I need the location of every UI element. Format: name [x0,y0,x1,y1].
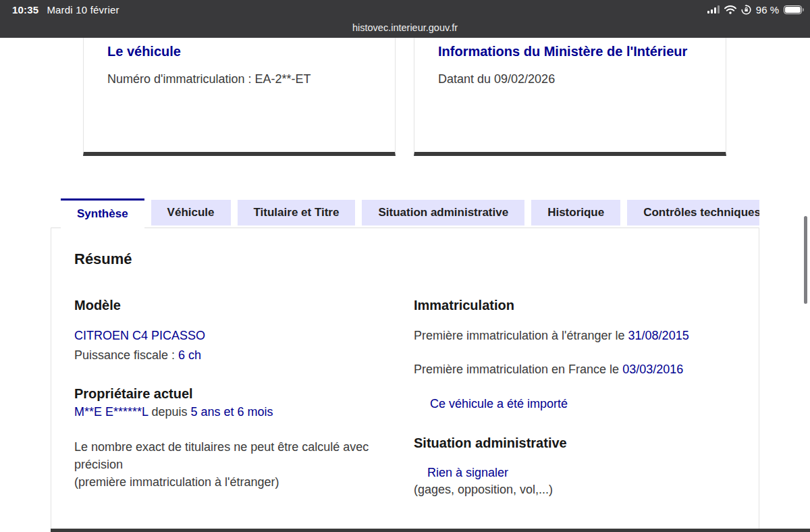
tab-synthese[interactable]: Synthèse [61,198,144,228]
owner-name: M**E E******L [74,405,148,419]
admin-status-detail: (gages, opposition, vol,...) [414,483,553,497]
url-text[interactable]: histovec.interieur.gouv.fr [352,22,458,33]
resume-heading: Résumé [74,250,132,268]
status-row: 10:35Mardi 10 février [0,0,810,19]
tab-situation-administrative[interactable]: Situation administrative [362,200,524,225]
registration-heading: Immatriculation [414,298,514,313]
owner-note-detail: (première immatriculation à l'étranger) [74,475,279,489]
vehicle-card-plate: Numéro d'immatriculation : EA-2**-ET [107,70,368,88]
first-france-registration-date: 03/03/2016 [622,363,683,376]
admin-status-value: Rien à signaler [427,466,508,480]
owner-note-text: Le nombre exact de titulaires ne peut êt… [74,440,369,471]
admin-status-heading: Situation administrative [414,435,567,451]
status-right: 96 % [707,0,802,19]
wifi-icon [724,5,736,14]
rotation-lock-icon [741,5,751,15]
ministry-card: Informations du Ministère de l'Intérieur… [414,38,726,156]
first-foreign-registration-date: 31/08/2015 [628,329,689,342]
fiscal-power-value: 6 ch [178,348,201,362]
owner-since-label: depuis [151,405,187,419]
url-bar[interactable]: histovec.interieur.gouv.fr [0,19,810,38]
status-left: 10:35Mardi 10 février [12,4,119,16]
panel-bottom-border [51,529,810,532]
model-heading: Modèle [74,298,121,313]
owner-heading: Propriétaire actuel [74,386,193,402]
first-france-registration-label: Première immatriculation en France le [414,363,619,376]
owner-line: M**E E******L depuis 5 ans et 6 mois [74,405,273,419]
fiscal-power-line: Puissance fiscale : 6 ch [74,348,201,363]
ministry-card-title: Informations du Ministère de l'Intérieur [438,41,699,61]
tab-controles-techniques[interactable]: Contrôles techniques [627,200,759,225]
first-foreign-registration-label: Première immatriculation à l'étranger le [414,329,625,342]
battery-percent-label: 96 % [756,4,779,16]
scrollbar-thumb[interactable] [804,216,807,304]
first-france-registration-line: Première immatriculation en France le 03… [414,363,683,377]
histovec-page: 10:35Mardi 10 février [0,0,810,532]
model-name: CITROEN C4 PICASSO [74,329,205,343]
owner-duration: 5 ans et 6 mois [190,405,273,419]
tab-bar: Synthèse Véhicule Titulaire et Titre Sit… [51,198,759,228]
tab-titulaire-et-titre[interactable]: Titulaire et Titre [238,200,356,225]
clock: 10:35 [12,4,38,16]
vehicle-card-title: Le véhicule [107,41,368,61]
tab-vehicule[interactable]: Véhicule [151,200,231,225]
tab-historique[interactable]: Historique [531,200,620,225]
vehicle-card: Le véhicule Numéro d'immatriculation : E… [83,38,396,156]
ministry-card-date: Datant du 09/02/2026 [438,70,699,88]
fiscal-power-label: Puissance fiscale : [74,348,175,362]
ios-status-bar: 10:35Mardi 10 février [0,0,810,38]
first-foreign-registration-line: Première immatriculation à l'étranger le… [414,329,689,343]
imported-vehicle-note: Ce véhicule a été importé [430,397,568,411]
cellular-signal-icon [707,5,720,14]
battery-icon [784,5,802,14]
date-label: Mardi 10 février [47,4,119,16]
owner-note: Le nombre exact de titulaires ne peut êt… [74,438,397,491]
